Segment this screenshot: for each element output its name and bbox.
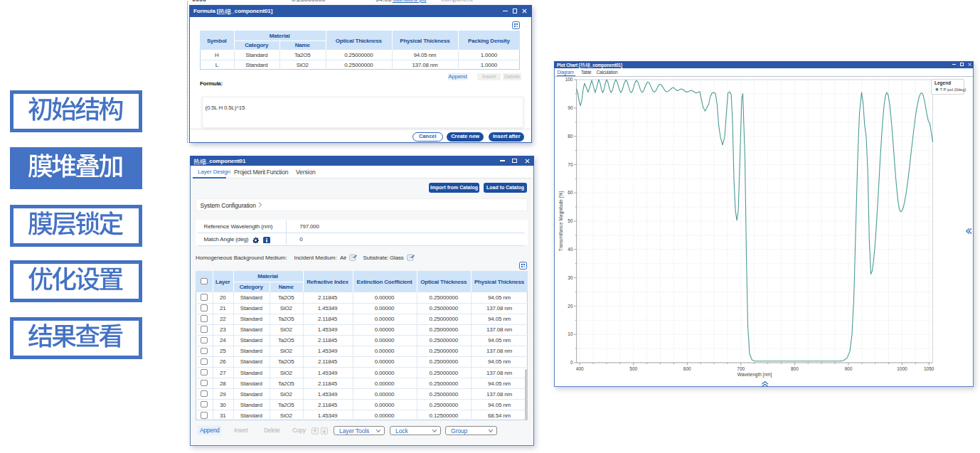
svg-text:400: 400 <box>576 366 584 371</box>
svg-text:600: 600 <box>683 366 691 371</box>
svg-text:20: 20 <box>568 304 573 309</box>
svg-text:40: 40 <box>568 247 573 252</box>
svg-text:1000: 1000 <box>897 366 907 371</box>
svg-text:500: 500 <box>629 366 637 371</box>
svg-text:10: 10 <box>568 331 573 336</box>
svg-text:0: 0 <box>570 360 573 365</box>
svg-text:50: 50 <box>568 218 573 223</box>
svg-text:700: 700 <box>737 366 745 371</box>
svg-text:60: 60 <box>568 190 573 195</box>
svg-text:70: 70 <box>568 162 573 167</box>
svg-text:80: 80 <box>568 134 573 139</box>
svg-text:800: 800 <box>791 366 799 371</box>
svg-text:Wavelength [nm]: Wavelength [nm] <box>737 372 772 378</box>
svg-text:900: 900 <box>844 366 852 371</box>
svg-text:Transmittance Magnitude [%]: Transmittance Magnitude [%] <box>558 191 564 251</box>
svg-text:30: 30 <box>568 275 573 280</box>
svg-text:90: 90 <box>568 105 573 110</box>
svg-text:Legend: Legend <box>934 80 951 86</box>
svg-text:1050: 1050 <box>924 366 934 371</box>
svg-text:T P-pol (0deg): T P-pol (0deg) <box>940 87 966 92</box>
svg-text:100: 100 <box>565 77 573 82</box>
